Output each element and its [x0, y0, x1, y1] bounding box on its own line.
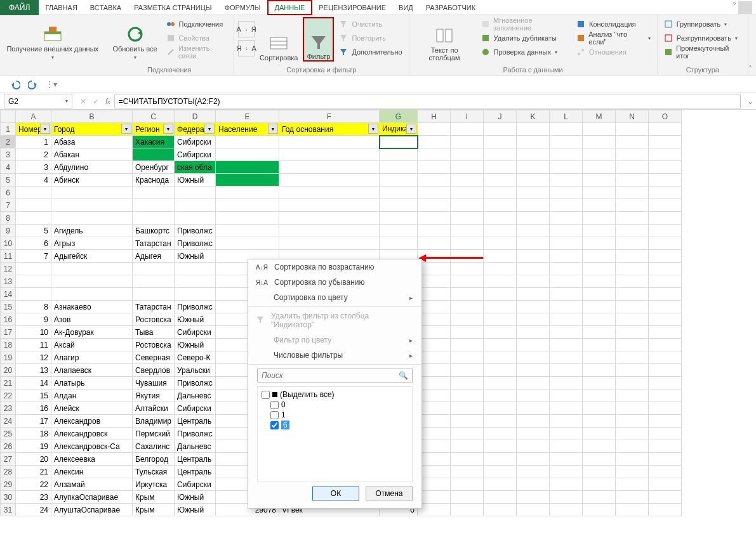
cell[interactable]: Александровск [51, 428, 133, 440]
cell[interactable] [583, 415, 616, 428]
number-filters-item[interactable]: Числовые фильтры [248, 348, 421, 363]
filter-ok-button[interactable]: ОК [312, 487, 359, 500]
cell[interactable]: Татарстан [133, 301, 175, 313]
cell[interactable] [616, 161, 649, 174]
cell[interactable] [16, 288, 51, 301]
cell[interactable] [550, 186, 583, 199]
cell[interactable] [583, 453, 616, 466]
filter-search-box[interactable]: 🔍 [257, 369, 413, 382]
cell[interactable] [583, 199, 616, 212]
cell[interactable] [451, 364, 484, 377]
cell[interactable] [649, 440, 682, 453]
cancel-formula-icon[interactable]: ✕ [80, 97, 86, 106]
cell[interactable] [517, 186, 550, 199]
cell[interactable]: 2 [16, 148, 51, 161]
cell[interactable] [418, 402, 451, 415]
cell[interactable]: Оренбург [133, 161, 175, 174]
cell[interactable]: 7 [16, 250, 51, 263]
cell[interactable] [484, 225, 517, 237]
cell[interactable] [550, 351, 583, 364]
cell[interactable] [451, 339, 484, 351]
cell[interactable] [517, 250, 550, 263]
col-header-G[interactable]: G [380, 110, 418, 123]
cell[interactable] [550, 313, 583, 326]
cell[interactable] [616, 237, 649, 250]
cell[interactable] [418, 453, 451, 466]
cell[interactable] [517, 123, 550, 136]
cell[interactable] [616, 288, 649, 301]
cell[interactable] [616, 389, 649, 402]
cell[interactable] [451, 313, 484, 326]
cell[interactable]: 19 [16, 440, 51, 453]
cell[interactable]: 20 [16, 453, 51, 466]
cell[interactable] [418, 123, 451, 136]
cell[interactable] [550, 263, 583, 275]
filter-dropdown-icon[interactable]: ▾ [163, 124, 173, 134]
cell[interactable] [583, 351, 616, 364]
col-header-E[interactable]: E [216, 110, 279, 123]
cell[interactable] [484, 288, 517, 301]
cell[interactable] [418, 389, 451, 402]
cell[interactable]: Ак-Довурак [51, 326, 133, 339]
cell[interactable]: Алатырь [51, 377, 133, 389]
cell[interactable]: 22 [16, 478, 51, 491]
cell[interactable] [550, 491, 583, 504]
cell[interactable]: Алейск [51, 402, 133, 415]
cell[interactable] [451, 301, 484, 313]
cell[interactable] [175, 275, 216, 288]
subtotal-button[interactable]: Промежуточный итог [661, 45, 744, 59]
cell[interactable] [279, 212, 380, 225]
get-external-data-button[interactable]: Получение внешних данных ▾ [4, 17, 102, 62]
cell[interactable]: Централь [175, 453, 216, 466]
cell[interactable] [484, 136, 517, 148]
cell[interactable] [380, 186, 418, 199]
filter-button[interactable]: Фильтр [303, 17, 334, 62]
row-header[interactable]: 5 [1, 174, 16, 186]
cell[interactable] [649, 288, 682, 301]
cell[interactable] [616, 136, 649, 148]
cell[interactable] [16, 199, 51, 212]
cell[interactable] [279, 161, 380, 174]
col-header-H[interactable]: H [418, 110, 451, 123]
cell[interactable]: Иркутска [133, 478, 175, 491]
cell[interactable] [175, 212, 216, 225]
cell[interactable]: Алагир [51, 351, 133, 364]
cell[interactable]: Приволжс [175, 301, 216, 313]
tab-pagelayout[interactable]: РАЗМЕТКА СТРАНИЦЫ [128, 0, 218, 15]
cell[interactable] [550, 123, 583, 136]
cell[interactable] [418, 136, 451, 148]
cell[interactable] [175, 199, 216, 212]
cell[interactable] [517, 478, 550, 491]
cell[interactable] [175, 288, 216, 301]
cell[interactable] [616, 504, 649, 516]
cell[interactable]: Централь [175, 466, 216, 478]
table-header-D[interactable]: Федерал▾ [175, 123, 216, 136]
qat-overflow-icon[interactable]: ⋮▾ [46, 80, 57, 89]
cell[interactable] [380, 212, 418, 225]
cell[interactable]: Ростовска [133, 313, 175, 326]
table-header-C[interactable]: Регион▾ [133, 123, 175, 136]
cell[interactable] [649, 136, 682, 148]
table-header-A[interactable]: Номер▾ [16, 123, 51, 136]
row-header[interactable]: 26 [1, 440, 16, 453]
row-header[interactable]: 18 [1, 339, 16, 351]
cell[interactable] [616, 313, 649, 326]
table-header-B[interactable]: Город▾ [51, 123, 133, 136]
connections-button[interactable]: Подключения [164, 17, 230, 31]
cell[interactable] [418, 504, 451, 516]
cell[interactable] [517, 263, 550, 275]
cell[interactable]: Татарстан [133, 237, 175, 250]
cell[interactable]: Централь [175, 415, 216, 428]
ribbon-collapse-icon[interactable]: ˄ [748, 15, 756, 75]
cell[interactable]: Алексин [51, 466, 133, 478]
cell[interactable] [451, 212, 484, 225]
cell[interactable] [550, 326, 583, 339]
cell[interactable] [583, 377, 616, 389]
cell[interactable] [616, 225, 649, 237]
cell[interactable] [550, 288, 583, 301]
row-header[interactable]: 28 [1, 466, 16, 478]
cell[interactable]: 14 [16, 377, 51, 389]
fx-icon[interactable]: fx [105, 97, 110, 106]
cell[interactable] [418, 212, 451, 225]
cell[interactable]: 24 [16, 504, 51, 516]
